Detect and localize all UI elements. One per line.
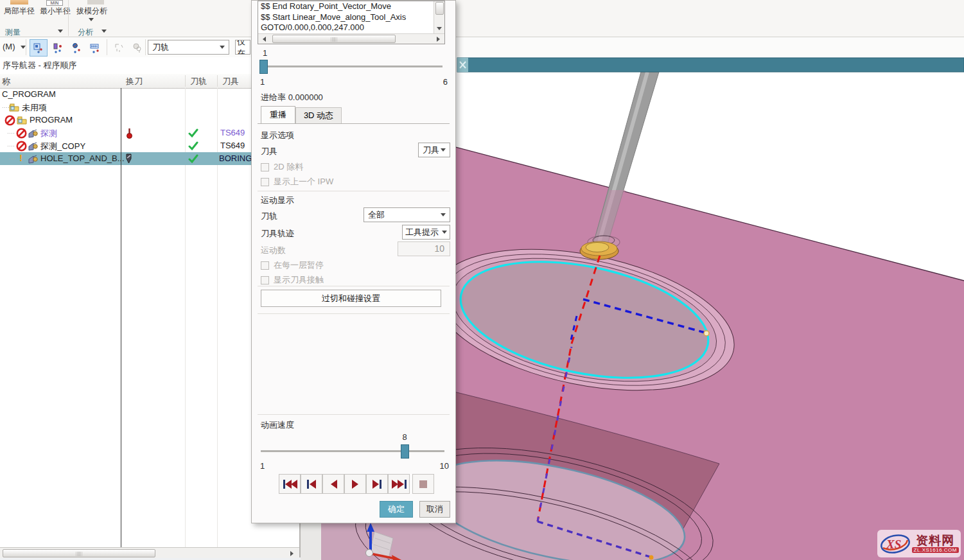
combo-dropdown-icon [220,46,225,51]
stop-button-disabled [412,474,434,494]
motion-count-field: 10 [398,241,450,256]
speed-slider-min: 1 [260,461,265,471]
tool-display-combo[interactable]: 刀具 [418,143,450,157]
feedrate-value: 0.000000 [288,92,323,102]
current-line-indicator: 1 [263,48,267,58]
scrollbar-thumb[interactable] [3,549,155,557]
tool-trajectory-value: 工具提示 [405,227,439,238]
watermark: XS 资料网 ZL.XS1616.COM [877,530,961,557]
tool-change-icon [126,127,133,139]
clipped-icon-fragment [87,0,104,4]
measure-group-dropdown-icon[interactable] [58,30,63,35]
check-icon [188,128,198,137]
gcode-line: $$ Start Linear_Move_along_Tool_Axis [258,12,444,23]
row-label: PROGRAM [30,115,73,125]
navigator-title: 序导航器 - 程序顺序 [3,60,77,71]
navigator-hscrollbar[interactable] [0,547,299,558]
row-label: C_PROGRAM [2,89,56,99]
ribbon: MIN 局部半径 最小半径 拔模分析 测量 分析 [0,0,964,37]
checkbox-show-last-ipw: 显示上一个 IPW [261,176,333,188]
tool-display-label: 刀具 [261,146,277,157]
nx-application-window: MIN 局部半径 最小半径 拔模分析 测量 分析 (M) [0,0,964,560]
line-slider-min: 1 [260,77,265,87]
suppressed-icon [16,141,27,152]
drill-tool-icon [125,153,133,164]
ok-button[interactable]: 确定 [380,501,413,518]
tab-replay[interactable]: 重播 [261,106,295,123]
gcode-line: $$ End Rotary_Point_Vector_Move [258,1,444,12]
playback-controls [279,474,434,494]
operation-icon [28,141,39,151]
gcode-hscrollbar[interactable] [258,33,444,44]
checkbox-icon [261,163,269,171]
analysis-group-label: 分析 [78,27,93,38]
scroll-left-button[interactable] [258,34,268,44]
gcode-vscrollbar[interactable] [434,1,444,35]
play-forward-button[interactable] [344,474,366,494]
tool-trajectory-combo[interactable]: 工具提示 [402,225,450,240]
motion-display-title: 运动显示 [261,195,294,206]
toolpath-range-combo[interactable]: 全部 [364,207,450,222]
viewport-top-bar [457,58,964,72]
folder-icon [17,116,27,125]
draft-analysis-button[interactable]: 拔模分析 [72,6,112,17]
toolpath-visualize-dialog: $$ End Rotary_Point_Vector_Move $$ Start… [251,0,456,523]
machine-tool-icon [52,42,64,54]
play-backward-button[interactable] [322,474,344,494]
step-forward-button[interactable] [366,474,388,494]
animation-speed-title: 动画速度 [261,419,294,431]
nav-view-machine-tool-button[interactable] [49,39,67,57]
nav-view-method-button[interactable] [86,39,104,57]
nav-view-geometry-button[interactable] [68,39,86,57]
scope-combo-clipped[interactable]: 仅在 [235,40,250,55]
draft-analysis-dropdown-icon[interactable] [89,18,94,24]
scope-combo-value: 仅在 [237,40,249,55]
view-filter-combo[interactable]: 刀轨 [148,40,229,55]
min-badge-icon: MIN [46,0,63,6]
display-options-title: 显示选项 [261,130,294,141]
svg-text:XS: XS [886,538,901,551]
watermark-site: ZL.XS1616.COM [912,547,959,553]
cancel-button[interactable]: 取消 [419,501,450,518]
row-tool: TS649 [220,141,245,150]
feedrate-label: 进给率 0.000000 [261,92,323,103]
speed-slider-handle[interactable] [401,444,409,459]
gcode-listbox[interactable]: $$ End Rotary_Point_Vector_Move $$ Start… [258,1,445,44]
gouge-collision-settings-button[interactable]: 过切和碰撞设置 [261,290,441,307]
go-to-start-button[interactable] [279,474,301,494]
menu-dropdown-icon[interactable] [21,46,26,51]
column-header-toolchange[interactable]: 换刀 [126,76,143,87]
warning-exclamation-icon: ! [19,152,22,163]
line-slider-handle[interactable] [259,60,268,74]
toolpath-range-value: 全部 [368,209,385,221]
checkbox-icon [261,276,269,284]
local-radius-button[interactable]: 局部半径 [1,6,37,17]
step-backward-button[interactable] [301,474,322,494]
watermark-name: 资料网 [916,534,954,547]
checkbox-show-tool-contact: 显示刀具接触 [261,274,324,286]
geometry-icon [71,42,83,54]
row-label: 未用项 [22,102,47,114]
animation-speed-value: 8 [399,432,410,442]
menu-button[interactable]: (M) [3,42,15,51]
line-slider-track[interactable] [260,66,443,67]
tab-3d-dynamic[interactable]: 3D 动态 [295,107,342,123]
scroll-right-button[interactable] [288,548,298,558]
motion-count-label: 运动数 [261,245,286,256]
line-slider-max: 6 [443,77,448,87]
operation-icon [28,128,39,138]
xs-logo-icon: XS [879,532,911,556]
column-header-toolpath[interactable]: 刀轨 [190,76,207,87]
checkbox-2d-removal: 2D 除料 [261,161,303,173]
row-tool: TS649 [220,128,245,137]
scroll-right-button[interactable] [435,34,444,44]
analysis-group-dropdown-icon[interactable] [101,30,107,35]
go-to-end-button[interactable] [388,474,410,494]
tool-trajectory-label: 刀具轨迹 [261,228,294,240]
find-object-button-disabled [110,39,128,57]
column-header-name[interactable]: 称 [2,76,10,87]
column-header-tool[interactable]: 刀具 [222,76,239,87]
nav-view-program-order-button[interactable] [30,39,48,57]
speed-slider-track[interactable] [261,450,444,452]
row-label: 探测 [40,128,57,139]
